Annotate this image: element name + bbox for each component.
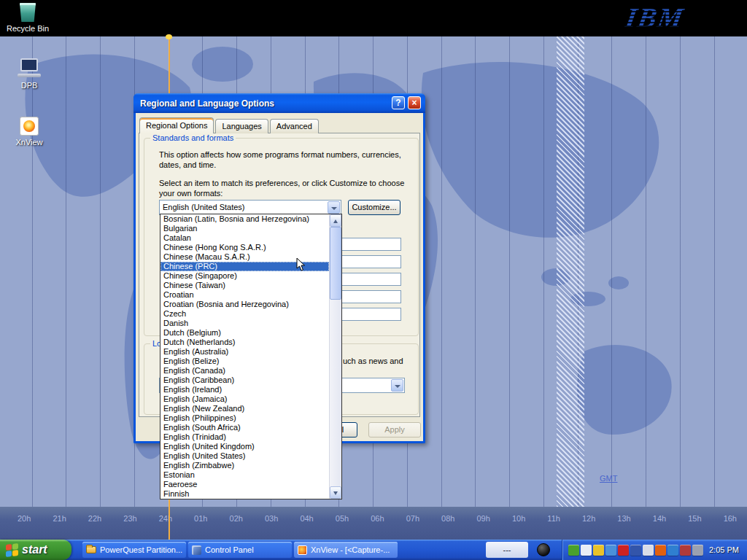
- timezone-label: 07h: [406, 514, 419, 523]
- start-button-label: start: [22, 543, 47, 556]
- xnview-label: XnView: [6, 138, 53, 147]
- recycle-bin-icon[interactable]: Recycle Bin: [4, 3, 51, 33]
- list-item[interactable]: Danish: [160, 319, 329, 328]
- list-item[interactable]: English (United States): [160, 451, 329, 461]
- combobox-dropdown-button[interactable]: [391, 379, 403, 392]
- sample-field-number[interactable]: [337, 238, 401, 251]
- list-item[interactable]: English (New Zealand): [160, 404, 329, 413]
- list-item[interactable]: English (Jamaica): [160, 394, 329, 404]
- list-item[interactable]: Faeroese: [160, 480, 329, 489]
- standards-instruction: Select an item to match its preferences,…: [159, 178, 414, 198]
- taskbar-item-xnview[interactable]: XnView - [<Capture-...: [294, 542, 398, 558]
- ibm-logo: IBM: [623, 1, 687, 34]
- taskbar-item-minimized[interactable]: ---: [486, 542, 528, 558]
- chevron-down-icon: [331, 207, 337, 210]
- tray-icon[interactable]: [568, 545, 579, 556]
- combobox-dropdown-button[interactable]: [328, 201, 340, 214]
- current-timezone-highlight: [557, 36, 584, 507]
- recycle-bin-label: Recycle Bin: [4, 24, 51, 33]
- timezone-label: 22h: [88, 514, 101, 523]
- current-time-marker-dot: [166, 34, 172, 39]
- timezone-label: 15h: [688, 514, 701, 523]
- mouse-cursor: [296, 257, 306, 272]
- list-item[interactable]: English (South Africa): [160, 423, 329, 432]
- tab-advanced[interactable]: Advanced: [270, 119, 319, 133]
- system-tray: 2:05 PM: [562, 540, 747, 560]
- tray-icon[interactable]: [667, 545, 678, 556]
- tray-icon[interactable]: [692, 545, 703, 556]
- format-combobox[interactable]: English (United States): [159, 200, 341, 215]
- tray-icon[interactable]: [581, 545, 592, 556]
- timezone-label: 02h: [230, 514, 243, 523]
- timezone-label: 05h: [336, 514, 349, 523]
- tray-icon[interactable]: [630, 545, 641, 556]
- scroll-down-button[interactable]: [330, 486, 341, 499]
- list-item[interactable]: Croatian (Bosnia and Herzegovina): [160, 300, 329, 309]
- standards-group-title: Standards and formats: [150, 133, 236, 142]
- apply-button[interactable]: Apply: [368, 422, 421, 438]
- taskbar-item-control-panel[interactable]: Control Panel: [188, 542, 292, 558]
- list-item[interactable]: English (Ireland): [160, 385, 329, 394]
- help-button[interactable]: ?: [392, 96, 405, 109]
- list-item[interactable]: Dutch (Netherlands): [160, 338, 329, 347]
- dpb-shortcut-icon[interactable]: DPB: [6, 58, 53, 90]
- scroll-up-button[interactable]: [330, 214, 341, 227]
- tray-icon[interactable]: [605, 545, 616, 556]
- taskbar-orb-icon[interactable]: [537, 543, 550, 556]
- scrollbar-thumb[interactable]: [330, 227, 341, 300]
- timezone-label: 08h: [441, 514, 454, 523]
- language-dropdown-list: Bosnian (Latin, Bosnia and Herzegovina) …: [160, 214, 342, 499]
- tray-icon[interactable]: [680, 545, 691, 556]
- list-item[interactable]: English (Belize): [160, 357, 329, 366]
- timezone-label: 10h: [512, 514, 525, 523]
- list-item[interactable]: Chinese (Singapore): [160, 271, 329, 281]
- timezone-label: 04h: [300, 514, 313, 523]
- list-item[interactable]: English (Caribbean): [160, 376, 329, 385]
- list-item[interactable]: Catalan: [160, 233, 329, 243]
- tray-icon[interactable]: [593, 545, 604, 556]
- sample-field-short-date[interactable]: [337, 290, 401, 303]
- control-panel-icon: [192, 545, 201, 555]
- desktop: GMT 20h 21h 22h 23h 24h 01h 02h 03h 04h …: [0, 0, 747, 560]
- dialog-titlebar[interactable]: Regional and Language Options ? ×: [133, 93, 425, 113]
- list-item[interactable]: Chinese (Hong Kong S.A.R.): [160, 243, 329, 252]
- folder-icon: [86, 546, 96, 553]
- taskbar-clock[interactable]: 2:05 PM: [709, 545, 746, 554]
- tray-icon[interactable]: [655, 545, 666, 556]
- tray-icon[interactable]: [618, 545, 629, 556]
- tab-regional-options[interactable]: Regional Options: [139, 117, 214, 133]
- tray-icon[interactable]: [643, 545, 654, 556]
- list-item[interactable]: Bosnian (Latin, Bosnia and Herzegovina): [160, 214, 329, 224]
- customize-button[interactable]: Customize...: [348, 200, 400, 215]
- timezone-label: 16h: [724, 514, 737, 523]
- timezone-label: 23h: [123, 514, 136, 523]
- tab-languages[interactable]: Languages: [215, 119, 268, 133]
- list-item[interactable]: English (United Kingdom): [160, 442, 329, 451]
- list-item[interactable]: English (Philippines): [160, 413, 329, 423]
- list-item[interactable]: English (Trinidad): [160, 432, 329, 442]
- arrow-down-icon: [333, 491, 338, 495]
- recycle-bin-image: [19, 3, 36, 22]
- close-button[interactable]: ×: [408, 96, 421, 109]
- taskbar-item-powerquest[interactable]: PowerQuest Partition...: [82, 542, 186, 558]
- sample-field-currency[interactable]: [337, 255, 401, 268]
- list-item[interactable]: Estonian: [160, 470, 329, 480]
- list-scrollbar[interactable]: [329, 214, 341, 499]
- list-item[interactable]: Bulgarian: [160, 224, 329, 233]
- sample-field-time[interactable]: [337, 273, 401, 286]
- gmt-label: GMT: [600, 474, 617, 483]
- list-item[interactable]: Croatian: [160, 290, 329, 300]
- list-item[interactable]: English (Zimbabwe): [160, 461, 329, 470]
- timezone-label: 03h: [265, 514, 278, 523]
- list-item[interactable]: Dutch (Belgium): [160, 328, 329, 338]
- list-item[interactable]: Finnish: [160, 489, 329, 499]
- timezone-label: 14h: [653, 514, 666, 523]
- taskbar-item-label: Control Panel: [205, 545, 254, 554]
- sample-field-long-date[interactable]: [337, 308, 401, 321]
- start-button[interactable]: start: [0, 540, 71, 560]
- list-item[interactable]: English (Canada): [160, 366, 329, 376]
- list-item[interactable]: Czech: [160, 309, 329, 319]
- list-item[interactable]: Chinese (Taiwan): [160, 281, 329, 290]
- xnview-shortcut-icon[interactable]: XnView: [6, 117, 53, 147]
- list-item[interactable]: English (Australia): [160, 347, 329, 357]
